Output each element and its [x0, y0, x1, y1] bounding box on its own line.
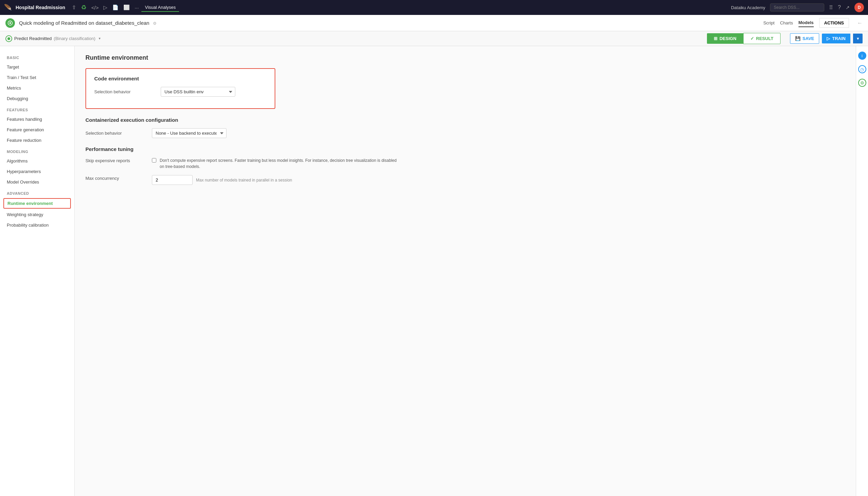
top-nav-right: Dataiku Academy ⠿ ? ↗ D: [731, 3, 864, 12]
svg-point-1: [10, 22, 11, 24]
sidebar-item-target[interactable]: Target: [0, 62, 74, 72]
code-env-selection-row: Selection behavior Use DSS builtin env S…: [94, 87, 267, 97]
share-icon[interactable]: ⇧: [72, 4, 76, 11]
code-env-selection-label: Selection behavior: [94, 89, 155, 94]
sidebar-section-advanced: ADVANCED: [0, 187, 74, 198]
script-nav-link[interactable]: Script: [763, 19, 774, 27]
skip-expensive-checkbox-group: Don't compute expensive report screens. …: [152, 157, 397, 170]
visual-analyses-tab[interactable]: Visual Analyses: [141, 3, 179, 12]
sidebar-item-runtime-box: Runtime environment: [3, 198, 71, 208]
train-button[interactable]: ▷ TRAIN: [822, 34, 850, 43]
skip-expensive-checkbox[interactable]: [152, 158, 156, 162]
content-section-title: Runtime environment: [85, 54, 845, 61]
sidebar-item-probability-calibration[interactable]: Probability calibration: [0, 220, 74, 230]
save-train-actions: 💾 SAVE ▷ TRAIN ▾: [790, 33, 863, 44]
sidebar-item-feature-generation[interactable]: Feature generation: [0, 124, 74, 135]
sidebar-item-weighting-strategy[interactable]: Weighting strategy: [0, 209, 74, 220]
code-environment-box: Code environment Selection behavior Use …: [85, 68, 275, 109]
sidebar-item-debugging[interactable]: Debugging: [0, 93, 74, 104]
sidebar-section-features: FEATURES: [0, 104, 74, 114]
clock-icon[interactable]: ◷: [858, 65, 866, 73]
recycle-icon[interactable]: ♻: [81, 4, 86, 11]
containerized-selection-row: Selection behavior None - Use backend to…: [85, 128, 845, 138]
second-bar-actions: Script Charts Models ACTIONS ←: [763, 18, 863, 28]
avatar[interactable]: D: [854, 3, 864, 12]
external-link-icon[interactable]: ↗: [846, 5, 850, 10]
settings-icon[interactable]: ⚙: [858, 79, 866, 87]
design-result-toggle: ⊞ DESIGN ✓ RESULT: [707, 33, 781, 44]
sidebar-item-metrics[interactable]: Metrics: [0, 83, 74, 93]
predict-label: Predict Readmitted: [14, 36, 52, 41]
top-nav-icons: ⇧ ♻ </> ▷ 📄 ⬜ ···: [72, 4, 139, 11]
sidebar-item-algorithms[interactable]: Algorithms: [0, 156, 74, 166]
containerized-selection-label: Selection behavior: [85, 130, 146, 136]
save-icon: 💾: [795, 36, 801, 41]
top-nav: 🪶 Hospital Readmission ⇧ ♻ </> ▷ 📄 ⬜ ···…: [0, 0, 868, 15]
sidebar-item-train-test[interactable]: Train / Test Set: [0, 72, 74, 83]
sidebar-item-model-overrides[interactable]: Model Overrides: [0, 177, 74, 187]
max-concurrency-input[interactable]: [152, 175, 193, 185]
search-input[interactable]: [770, 3, 824, 12]
second-bar: Quick modeling of Readmitted on dataset_…: [0, 15, 868, 31]
page-title: Quick modeling of Readmitted on dataset_…: [19, 20, 759, 26]
performance-tuning-title: Performance tuning: [85, 146, 845, 152]
actions-button[interactable]: ACTIONS: [819, 18, 849, 28]
skip-expensive-description: Don't compute expensive report screens. …: [160, 157, 397, 170]
sidebar-item-features-handling[interactable]: Features handling: [0, 114, 74, 124]
sidebar-item-feature-reduction[interactable]: Feature reduction: [0, 135, 74, 145]
predict-badge-circle: [5, 35, 12, 42]
sidebar-section-modeling: MODELING: [0, 145, 74, 156]
edit-icon[interactable]: ⚙: [153, 21, 157, 26]
containerized-selection-select[interactable]: None - Use backend to execute Use Kubern…: [152, 128, 226, 138]
max-concurrency-row: Max concurrency Max number of models tra…: [85, 175, 845, 185]
dataiku-logo: [5, 18, 15, 28]
screen-icon[interactable]: ⬜: [124, 4, 130, 11]
train-dropdown-button[interactable]: ▾: [853, 34, 863, 43]
predict-chevron-icon[interactable]: ▾: [99, 36, 101, 41]
project-title: Hospital Readmission: [16, 5, 65, 10]
skip-expensive-label: Skip expensive reports: [85, 158, 146, 163]
collapse-button[interactable]: ←: [857, 20, 863, 26]
help-icon[interactable]: ?: [838, 4, 841, 11]
skip-expensive-row: Skip expensive reports Don't compute exp…: [85, 157, 845, 170]
sidebar: BASIC Target Train / Test Set Metrics De…: [0, 46, 75, 496]
more-icon[interactable]: ···: [134, 5, 139, 11]
design-icon: ⊞: [714, 36, 718, 41]
third-bar: Predict Readmitted (Binary classificatio…: [0, 31, 868, 46]
document-icon[interactable]: 📄: [112, 4, 119, 11]
academy-link[interactable]: Dataiku Academy: [731, 5, 765, 10]
play-icon[interactable]: ▷: [103, 4, 108, 11]
containerized-execution-section: Containerized execution configuration Se…: [85, 117, 845, 138]
models-nav-link[interactable]: Models: [799, 19, 814, 27]
performance-tuning-section: Performance tuning Skip expensive report…: [85, 146, 845, 185]
train-icon: ▷: [826, 36, 830, 41]
max-concurrency-label: Max concurrency: [85, 176, 146, 181]
charts-nav-link[interactable]: Charts: [780, 19, 793, 27]
code-env-selection-select[interactable]: Use DSS builtin env Select an env Use pr…: [161, 87, 235, 97]
sidebar-item-runtime-environment[interactable]: Runtime environment: [4, 199, 70, 208]
grid-icon[interactable]: ⠿: [829, 4, 833, 11]
result-icon: ✓: [750, 36, 754, 41]
max-concurrency-hint: Max number of models trained in parallel…: [196, 178, 292, 183]
design-button[interactable]: ⊞ DESIGN: [707, 33, 743, 44]
info-icon[interactable]: i: [858, 51, 866, 60]
predict-badge: Predict Readmitted (Binary classificatio…: [5, 35, 101, 42]
right-sidebar: i ◷ ⚙: [856, 46, 868, 496]
code-icon[interactable]: </>: [91, 5, 99, 11]
app-logo: 🪶: [4, 4, 12, 11]
classification-label: (Binary classification): [54, 36, 96, 41]
containerized-execution-title: Containerized execution configuration: [85, 117, 845, 123]
result-button[interactable]: ✓ RESULT: [743, 33, 781, 44]
code-env-title: Code environment: [94, 76, 267, 81]
sidebar-section-basic: BASIC: [0, 51, 74, 62]
main-layout: BASIC Target Train / Test Set Metrics De…: [0, 46, 868, 496]
max-concurrency-input-group: Max number of models trained in parallel…: [152, 175, 292, 185]
content-area: Runtime environment Code environment Sel…: [75, 46, 856, 496]
save-button[interactable]: 💾 SAVE: [790, 33, 819, 44]
sidebar-item-hyperparameters[interactable]: Hyperparameters: [0, 166, 74, 177]
